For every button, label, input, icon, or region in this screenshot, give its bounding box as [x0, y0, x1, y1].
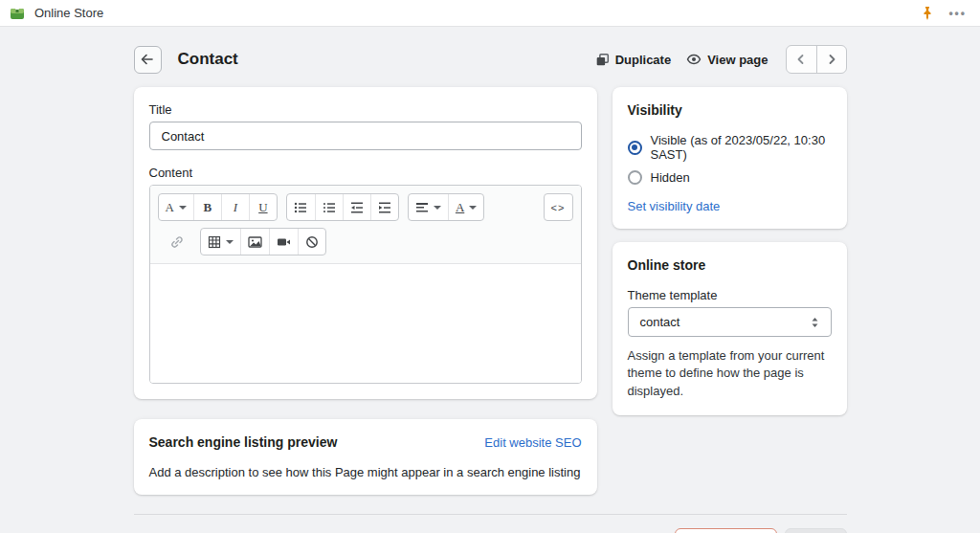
- select-arrows-icon: [811, 317, 819, 328]
- duplicate-button[interactable]: Duplicate: [588, 49, 679, 71]
- pin-icon[interactable]: [920, 6, 935, 21]
- theme-template-label: Theme template: [628, 288, 832, 302]
- insert-image-button[interactable]: [240, 229, 269, 255]
- more-menu-icon[interactable]: •••: [948, 7, 967, 20]
- bullet-list-button[interactable]: [287, 194, 315, 220]
- rich-text-editor: A B I U: [149, 185, 582, 384]
- page-details-card: Title Content A B I: [134, 87, 597, 399]
- topbar: Online Store •••: [0, 0, 980, 27]
- format-style-dropdown[interactable]: A: [159, 194, 193, 220]
- save-button[interactable]: Save: [785, 528, 846, 533]
- format-style-letter: A: [166, 200, 174, 215]
- online-store-card: Online store Theme template contact Assi…: [612, 242, 847, 415]
- chevron-down-icon: [226, 240, 234, 244]
- duplicate-label: Duplicate: [615, 53, 672, 67]
- outdent-button[interactable]: [343, 194, 370, 220]
- radio-selected-icon: [628, 141, 642, 155]
- seo-description: Add a description to see how this Page m…: [149, 465, 582, 479]
- footer-action-bar: Delete page Save: [134, 514, 847, 533]
- side-column: Visibility Visible (as of 2023/05/22, 10…: [612, 87, 847, 415]
- text-color-icon: A: [456, 200, 464, 215]
- list-indent-group: [286, 193, 399, 221]
- align-color-group: A: [408, 193, 484, 221]
- italic-button[interactable]: I: [221, 194, 249, 220]
- insert-video-button[interactable]: [269, 229, 298, 255]
- chevron-down-icon: [434, 206, 441, 210]
- next-page-button[interactable]: [816, 46, 846, 73]
- content-label: Content: [149, 166, 582, 180]
- text-color-dropdown[interactable]: A: [448, 194, 483, 220]
- duplicate-icon: [595, 53, 610, 67]
- indent-button[interactable]: [370, 194, 398, 220]
- page-title: Contact: [178, 50, 238, 69]
- app-title: Online Store: [34, 6, 103, 20]
- numbered-list-icon: [323, 201, 336, 214]
- chevron-down-icon: [179, 206, 187, 210]
- set-visibility-date-link[interactable]: Set visibility date: [628, 199, 721, 213]
- title-label: Title: [149, 102, 582, 117]
- underline-button[interactable]: U: [249, 194, 277, 220]
- insert-table-dropdown[interactable]: [201, 229, 240, 255]
- title-input[interactable]: [149, 122, 582, 150]
- text-style-group: A B I U: [158, 193, 278, 221]
- back-arrow-icon: [140, 52, 155, 67]
- bold-button[interactable]: B: [193, 194, 221, 220]
- numbered-list-button[interactable]: [315, 194, 343, 220]
- indent-icon: [378, 201, 391, 214]
- align-left-icon: [415, 201, 429, 214]
- insert-media-group: [200, 228, 326, 255]
- code-view-group: <>: [544, 193, 573, 221]
- table-icon: [208, 235, 221, 249]
- outdent-icon: [350, 201, 364, 214]
- seo-card: Search engine listing preview Edit websi…: [134, 419, 597, 495]
- view-page-button[interactable]: View page: [679, 48, 775, 71]
- ban-icon: [305, 235, 319, 249]
- prev-page-button[interactable]: [787, 46, 816, 73]
- pagination-group: [786, 45, 847, 74]
- insert-link-button[interactable]: [158, 229, 196, 255]
- bullet-list-icon: [294, 201, 307, 214]
- underline-glyph: U: [258, 200, 267, 215]
- visibility-option-visible[interactable]: Visible (as of 2023/05/22, 10:30 SAST): [628, 133, 832, 162]
- theme-template-help: Assign a template from your current them…: [628, 347, 832, 400]
- visibility-option-hidden[interactable]: Hidden: [628, 170, 832, 185]
- video-icon: [277, 235, 291, 249]
- italic-glyph: I: [234, 200, 237, 215]
- seo-heading: Search engine listing preview: [149, 434, 338, 450]
- edit-website-seo-link[interactable]: Edit website SEO: [484, 435, 581, 450]
- visibility-card: Visibility Visible (as of 2023/05/22, 10…: [612, 87, 847, 229]
- content-editor-area[interactable]: [150, 264, 581, 383]
- link-icon: [169, 234, 185, 250]
- main-column: Title Content A B I: [134, 87, 597, 495]
- image-icon: [248, 235, 262, 249]
- page-container: Contact Duplicate View pa: [134, 43, 847, 533]
- alignment-dropdown[interactable]: [409, 194, 448, 220]
- visible-option-label: Visible (as of 2023/05/22, 10:30 SAST): [651, 133, 832, 162]
- theme-template-value: contact: [640, 315, 680, 329]
- back-button[interactable]: [134, 46, 162, 74]
- bold-glyph: B: [204, 200, 212, 215]
- delete-page-button[interactable]: Delete page: [675, 528, 777, 533]
- chevron-down-icon: [469, 206, 477, 210]
- editor-toolbar: A B I U: [150, 186, 581, 264]
- view-page-label: View page: [707, 53, 768, 67]
- hidden-option-label: Hidden: [651, 170, 690, 185]
- visibility-heading: Visibility: [628, 102, 832, 118]
- code-view-button[interactable]: <>: [545, 194, 572, 220]
- header-actions: Duplicate View page: [588, 45, 847, 74]
- store-logo-icon: [10, 6, 25, 21]
- eye-icon: [686, 52, 702, 67]
- clear-formatting-button[interactable]: [298, 229, 325, 255]
- online-store-heading: Online store: [628, 257, 832, 273]
- page-header: Contact Duplicate View pa: [134, 43, 847, 76]
- radio-unselected-icon: [628, 170, 642, 185]
- theme-template-select[interactable]: contact: [628, 307, 832, 337]
